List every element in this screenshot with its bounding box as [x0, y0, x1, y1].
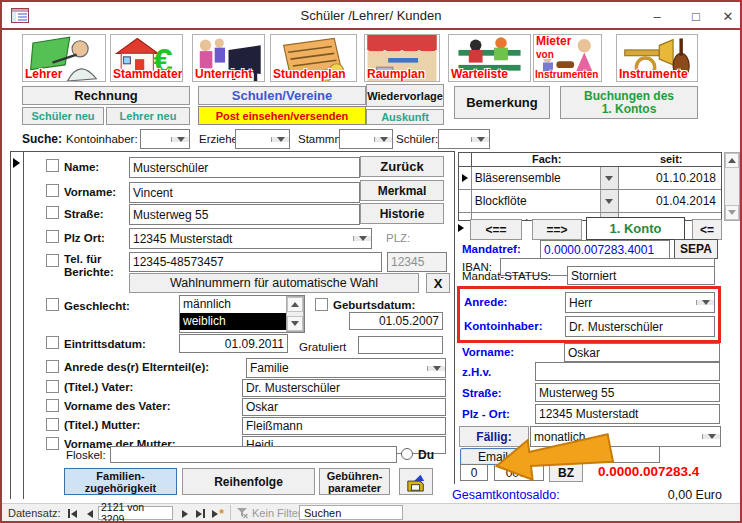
vorname-vater-checkbox[interactable]: [46, 399, 59, 412]
vorname-field[interactable]: Vincent: [129, 182, 360, 203]
wiedervorlage-button[interactable]: Wiedervorlage: [366, 84, 444, 107]
chevron-down-icon[interactable]: [471, 137, 489, 142]
toolbar-button-unterricht[interactable]: Unterricht: [192, 34, 265, 82]
new-record-button[interactable]: *: [208, 507, 228, 520]
save-button[interactable]: [399, 468, 433, 495]
merkmal-button[interactable]: Merkmal: [360, 180, 444, 201]
anrede-eltern-combo[interactable]: Familie: [246, 358, 446, 378]
last-record-button[interactable]: [192, 507, 208, 520]
email-button[interactable]: Email: [460, 448, 526, 465]
faellig-button[interactable]: Fällig:: [459, 426, 529, 447]
record-position-field[interactable]: 2121 von 3209: [98, 506, 173, 520]
konto-num2-field[interactable]: 0000: [494, 464, 544, 481]
mandatref-field[interactable]: 0.0000.007283.4001: [540, 240, 670, 259]
chevron-down-icon[interactable]: [271, 137, 289, 142]
konto-vorname-field[interactable]: Oskar: [564, 343, 720, 362]
titel-vater-checkbox[interactable]: [46, 380, 59, 393]
maximize-button[interactable]: □: [686, 6, 706, 26]
schulen-vereine-button[interactable]: Schulen/Vereine: [198, 86, 366, 105]
scroll-down-icon[interactable]: [287, 316, 303, 331]
suchen-input[interactable]: Suchen: [299, 505, 403, 520]
scroll-up-icon[interactable]: [287, 297, 303, 312]
vorname-vater-field[interactable]: Oskar: [242, 398, 446, 416]
geschlecht-checkbox[interactable]: [46, 298, 59, 311]
bemerkung-button[interactable]: Bemerkung: [454, 86, 550, 119]
x-button[interactable]: X: [426, 273, 450, 293]
schueler-neu-button[interactable]: Schüler neu: [22, 107, 104, 125]
minimize-button[interactable]: –: [647, 6, 667, 26]
toolbar-button-lehrer[interactable]: Lehrer: [22, 34, 106, 82]
listbox-scrollbar[interactable]: [286, 296, 304, 332]
toolbar-button-instrumente[interactable]: Instrumente: [616, 34, 698, 82]
gratuliert-field[interactable]: [358, 336, 443, 354]
buchungen-button[interactable]: Buchungen des 1. Kontos: [560, 86, 698, 119]
vorname-checkbox[interactable]: [46, 184, 59, 197]
reihenfolge-button[interactable]: Reihenfolge: [182, 468, 315, 495]
toolbar-button-stammdaten[interactable]: € Stammdaten: [110, 34, 183, 82]
lehrer-neu-button[interactable]: Lehrer neu: [106, 107, 190, 125]
geburtsdatum-checkbox[interactable]: [315, 298, 328, 311]
schueler-search-combo[interactable]: [438, 129, 490, 149]
sepa-button[interactable]: SEPA: [674, 239, 718, 259]
titel-vater-field[interactable]: Dr. Musterschüler: [242, 379, 446, 397]
row-selector[interactable]: [459, 167, 472, 189]
next-record-button[interactable]: [177, 507, 193, 520]
rechnung-button[interactable]: Rechnung: [22, 86, 190, 105]
vorname-mutter-checkbox[interactable]: [46, 437, 59, 450]
auskunft-button[interactable]: Auskunft: [366, 109, 444, 125]
kein-filter-button[interactable]: Kein Filter: [252, 507, 302, 519]
zhv-field[interactable]: [535, 362, 720, 381]
name-field[interactable]: Musterschüler: [129, 157, 360, 178]
name-checkbox[interactable]: [46, 159, 59, 172]
chevron-down-icon[interactable]: [353, 236, 371, 241]
faellig-combo[interactable]: monatlich: [530, 426, 721, 447]
chevron-down-icon[interactable]: [374, 137, 392, 142]
geschlecht-option-maennlich[interactable]: männlich: [180, 296, 286, 313]
toolbar-button-raumplan[interactable]: Raumplan: [364, 34, 440, 82]
floskel-field[interactable]: [110, 446, 397, 463]
plz-ort-checkbox[interactable]: [46, 230, 59, 243]
debitor-field[interactable]: [600, 446, 660, 463]
strasse-checkbox[interactable]: [46, 206, 59, 219]
historie-button[interactable]: Historie: [360, 203, 444, 224]
post-einsehen-button[interactable]: Post einsehen/versenden: [198, 106, 366, 125]
toolbar-button-stundenplan[interactable]: Stundenplan: [270, 34, 357, 82]
gebuehrenparameter-button[interactable]: Gebühren- parameter: [319, 468, 390, 495]
familienzugehoerigkeit-button[interactable]: Familien- zugehörigkeit: [64, 468, 177, 495]
anrede-combo[interactable]: Herr: [565, 292, 715, 313]
konto-plz-ort-field[interactable]: 12345 Musterstadt: [535, 404, 720, 424]
tel-plz-field[interactable]: 12345: [387, 252, 447, 272]
tel-checkbox[interactable]: [46, 254, 59, 267]
row-selector[interactable]: [459, 190, 472, 212]
chevron-down-icon[interactable]: [702, 434, 720, 439]
geburtsdatum-field[interactable]: 01.05.2007: [349, 312, 443, 330]
titel-mutter-checkbox[interactable]: [46, 418, 59, 431]
eintrittsdatum-field[interactable]: 01.09.2011: [179, 334, 288, 353]
du-radio[interactable]: [401, 448, 413, 460]
close-button[interactable]: ✕: [718, 6, 738, 26]
scroll-down-icon[interactable]: [725, 205, 739, 220]
titel-mutter-field[interactable]: Fleißmann: [242, 417, 446, 435]
konto-back-button[interactable]: <=: [692, 219, 722, 240]
chevron-down-icon[interactable]: [600, 190, 618, 212]
chevron-down-icon[interactable]: [600, 167, 618, 189]
eintrittsdatum-checkbox[interactable]: [46, 336, 59, 349]
mandat-status-field[interactable]: Storniert: [567, 266, 715, 285]
fach-row[interactable]: Bläserensemble 01.10.2018: [459, 167, 721, 190]
zurueck-button[interactable]: Zurück: [360, 156, 444, 177]
fach-row[interactable]: Blockflöte 01.04.2014: [459, 190, 721, 213]
strasse-field[interactable]: Musterweg 55: [129, 204, 360, 225]
first-record-button[interactable]: [64, 507, 80, 520]
scroll-up-icon[interactable]: [725, 153, 739, 168]
toolbar-button-mieter-von-instrumenten[interactable]: Mieter von Instrumenten: [533, 34, 602, 82]
konto-strasse-field[interactable]: Musterweg 55: [535, 383, 720, 402]
konto-next-button[interactable]: ==>: [532, 219, 582, 240]
fach-scrollbar[interactable]: [724, 152, 740, 221]
geschlecht-option-weiblich-selected[interactable]: weiblich: [180, 313, 286, 330]
konto-prev-button[interactable]: <==: [470, 219, 522, 240]
previous-record-button[interactable]: [82, 507, 98, 520]
kontoinhaber-field[interactable]: Dr. Musterschüler: [565, 316, 715, 337]
tel-field[interactable]: 12345-48573457: [129, 252, 382, 272]
wahlnummern-button[interactable]: Wahlnummern für automatische Wahl: [129, 273, 419, 293]
erzieher-search-combo[interactable]: [235, 129, 290, 149]
